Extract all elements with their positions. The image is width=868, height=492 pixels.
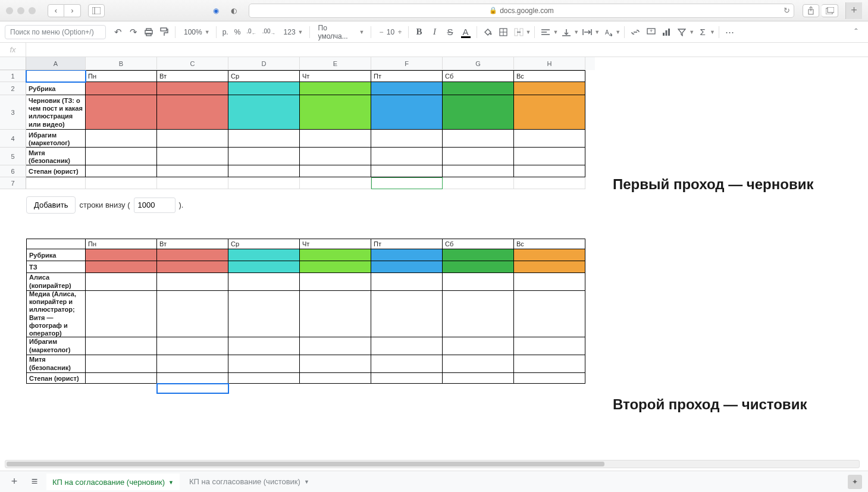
cell-C7[interactable] (157, 177, 228, 189)
cell-E3[interactable] (300, 95, 371, 130)
reader-mode-icon[interactable]: ◐ (227, 4, 240, 17)
t2-r3-label[interactable]: Алиса (копирайтер) (26, 273, 86, 291)
filter-button[interactable] (675, 25, 689, 39)
horizontal-align-button[interactable] (538, 25, 553, 39)
col-header-C[interactable]: C (157, 57, 228, 70)
cell-A2[interactable]: Рубрика (26, 82, 86, 95)
t2-r4-wed[interactable] (228, 291, 300, 337)
valign-caret[interactable]: ▼ (574, 29, 579, 35)
t2-day-thu[interactable]: Чт (300, 239, 371, 249)
cell-D1[interactable]: Ср (228, 70, 300, 82)
undo-button[interactable]: ↶ (111, 25, 125, 39)
t2-r6-label[interactable]: Митя (безопасник) (26, 355, 86, 373)
t2-r2-mon[interactable] (86, 261, 157, 273)
insert-comment-button[interactable]: + (644, 25, 658, 39)
t2-r7-thu[interactable] (300, 373, 371, 384)
cell-H4[interactable] (514, 130, 585, 148)
t2-r2-thu[interactable] (300, 261, 371, 273)
cell-B5[interactable] (86, 148, 157, 165)
cell-C6[interactable] (157, 165, 228, 177)
t2-r3-mon[interactable] (86, 273, 157, 291)
t2-r4-label[interactable]: Медиа (Алиса, копирайтер и иллюстратор; … (26, 291, 86, 337)
t2-r7-wed[interactable] (228, 373, 300, 384)
formula-input[interactable] (26, 43, 868, 57)
merge-dropdown-caret[interactable]: ▼ (526, 29, 531, 35)
back-button[interactable]: ‹ (48, 4, 64, 17)
t2-r2-label[interactable]: ТЗ (26, 261, 86, 273)
t2-r6-thu[interactable] (300, 355, 371, 373)
cell-G3[interactable] (443, 95, 514, 130)
t2-r1-tue[interactable] (157, 249, 228, 261)
t2-r6-sat[interactable] (443, 355, 514, 373)
cell-F2[interactable] (371, 82, 443, 95)
cell-C1[interactable]: Вт (157, 70, 228, 82)
col-header-A[interactable]: A (26, 57, 86, 70)
text-wrap-button[interactable] (580, 25, 594, 39)
t2-r1-sat[interactable] (443, 249, 514, 261)
new-tab-button[interactable]: + (845, 2, 862, 19)
cell-B2[interactable] (86, 82, 157, 95)
insert-link-button[interactable] (628, 25, 643, 39)
number-format-dropdown[interactable]: 123▼ (279, 25, 306, 39)
cell-C5[interactable] (157, 148, 228, 165)
t2-r7-fri[interactable] (371, 373, 443, 384)
fill-color-button[interactable] (481, 25, 495, 39)
t2-r5-sat[interactable] (443, 337, 514, 355)
t2-r6-wed[interactable] (228, 355, 300, 373)
borders-button[interactable] (496, 25, 510, 39)
collapse-toolbar-button[interactable]: ˆ (849, 25, 863, 39)
close-window-icon[interactable] (6, 7, 13, 14)
cell-C3[interactable] (157, 95, 228, 130)
t2-r7-label[interactable]: Степан (юрист) (26, 373, 86, 384)
t2-r1-wed[interactable] (228, 249, 300, 261)
t2-r1-mon[interactable] (86, 249, 157, 261)
redo-button[interactable]: ↷ (126, 25, 140, 39)
maximize-window-icon[interactable] (29, 7, 36, 14)
tabs-button[interactable] (822, 4, 838, 17)
row-header-7[interactable]: 7 (0, 177, 26, 189)
cell-F5[interactable] (371, 148, 443, 165)
text-color-button[interactable]: A (459, 25, 473, 39)
cell-H6[interactable] (514, 165, 585, 177)
cell-G2[interactable] (443, 82, 514, 95)
cell-D3[interactable] (228, 95, 300, 130)
cell-H2[interactable] (514, 82, 585, 95)
spreadsheet-grid[interactable]: A B C D E F G H 1 Пн Вт Ср Чт Пт Сб Вс 2… (0, 57, 595, 468)
filter-caret[interactable]: ▼ (689, 29, 694, 35)
italic-button[interactable]: I (428, 25, 442, 39)
t2-r4-tue[interactable] (157, 291, 228, 337)
t2-selected-cell[interactable] (157, 384, 228, 393)
wrap-caret[interactable]: ▼ (594, 29, 600, 35)
t2-r1-sun[interactable] (514, 249, 585, 261)
minimize-window-icon[interactable] (17, 7, 24, 14)
t2-r4-fri[interactable] (371, 291, 443, 337)
t2-r1-label[interactable]: Рубрика (26, 249, 86, 261)
t2-r3-sat[interactable] (443, 273, 514, 291)
cell-B6[interactable] (86, 165, 157, 177)
cell-B1[interactable]: Пн (86, 70, 157, 82)
paint-format-button[interactable] (157, 25, 171, 39)
t2-day-tue[interactable]: Вт (157, 239, 228, 249)
t2-day-fri[interactable]: Пт (371, 239, 443, 249)
cell-D7[interactable] (228, 177, 300, 189)
rotation-caret[interactable]: ▼ (615, 29, 621, 35)
cell-D4[interactable] (228, 130, 300, 148)
row-header-5[interactable]: 5 (0, 148, 26, 165)
cell-E6[interactable] (300, 165, 371, 177)
cell-D2[interactable] (228, 82, 300, 95)
font-size-dropdown[interactable]: −10+ (375, 25, 405, 39)
cell-H5[interactable] (514, 148, 585, 165)
row-header-4[interactable]: 4 (0, 130, 26, 148)
font-dropdown[interactable]: По умолча...▼ (314, 25, 367, 39)
t2-r5-sun[interactable] (514, 337, 585, 355)
t2-r5-wed[interactable] (228, 337, 300, 355)
forward-button[interactable]: › (64, 4, 81, 17)
t2-r3-sun[interactable] (514, 273, 585, 291)
select-all-corner[interactable] (0, 57, 26, 70)
menu-search-input[interactable]: Поиск по меню (Option+/) (5, 25, 106, 39)
increase-decimal-button[interactable]: .00→ (260, 27, 278, 36)
t2-r2-sun[interactable] (514, 261, 585, 273)
cell-G1[interactable]: Сб (443, 70, 514, 82)
cell-C2[interactable] (157, 82, 228, 95)
zoom-dropdown[interactable]: 100%▼ (179, 25, 212, 39)
